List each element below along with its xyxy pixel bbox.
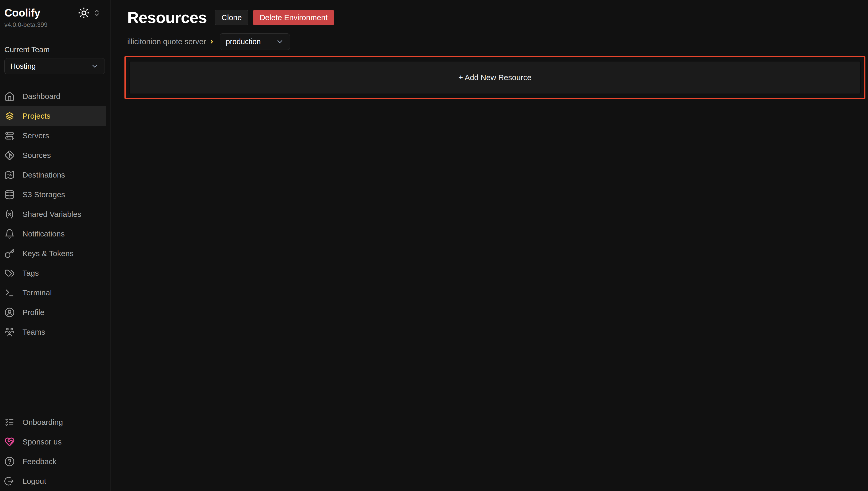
key-icon [4,248,15,259]
logout-icon [4,476,15,486]
sidebar-item-s3-storages[interactable]: S3 Storages [0,185,106,204]
sidebar-item-logout[interactable]: Logout [0,471,106,491]
user-circle-icon [4,307,15,318]
sidebar-item-label: Dashboard [23,92,60,101]
server-bolt-icon [4,131,15,141]
sidebar-item-label: Onboarding [23,418,63,427]
sidebar-item-destinations[interactable]: Destinations [0,165,106,185]
sidebar-item-dashboard[interactable]: Dashboard [0,87,106,106]
breadcrumb-project[interactable]: illicitonion quote server [127,37,206,46]
add-new-resource-button[interactable]: + Add New Resource [129,61,861,94]
sidebar-header: Coolify v4.0.0-beta.399 [0,0,111,28]
clone-button[interactable]: Clone [215,10,248,25]
users-group-icon [4,327,15,337]
focus-highlight-border: + Add New Resource [124,56,865,99]
sidebar-footer-menu: OnboardingSponsor usFeedbackLogout [0,412,111,491]
map-icon [4,170,15,180]
sidebar-item-label: Sources [23,151,51,160]
page-header: Resources Clone Delete Environment [127,8,868,27]
chevron-down-icon [91,62,99,70]
theme-toggle-sun-icon[interactable] [78,7,90,19]
sidebar-item-label: Keys & Tokens [23,249,73,258]
sidebar-menu: DashboardProjectsServersSourcesDestinati… [0,87,111,342]
sidebar-item-label: Sponsor us [23,437,62,446]
sidebar-item-label: Tags [23,269,39,278]
sidebar-item-tags[interactable]: Tags [0,263,106,283]
page-title: Resources [127,8,207,27]
sidebar-item-label: Logout [23,477,46,486]
sidebar-item-label: Terminal [23,288,52,297]
breadcrumb-chevron-icon: › [210,36,213,47]
sidebar-item-servers[interactable]: Servers [0,126,106,145]
main-content: Resources Clone Delete Environment illic… [111,0,868,491]
sidebar-spacer [0,342,111,412]
variable-icon [4,209,15,220]
breadcrumb: illicitonion quote server › production [127,33,868,50]
bell-icon [4,229,15,239]
sidebar-item-sponsor-us[interactable]: Sponsor us [0,432,106,452]
tags-icon [4,268,15,278]
sidebar: Coolify v4.0.0-beta.399 Current Team Hos… [0,0,111,491]
sidebar-item-sources[interactable]: Sources [0,145,106,165]
sidebar-item-label: Notifications [23,229,65,238]
sidebar-item-label: Shared Variables [23,210,81,219]
sidebar-item-profile[interactable]: Profile [0,302,106,322]
sidebar-item-shared-variables[interactable]: Shared Variables [0,204,106,224]
environment-select-value: production [226,37,260,46]
git-icon [4,150,15,161]
sidebar-item-label: Profile [23,308,44,317]
heart-handshake-icon [4,437,15,447]
sidebar-item-label: Teams [23,328,45,337]
sidebar-item-label: Servers [23,131,49,140]
delete-environment-button[interactable]: Delete Environment [253,10,334,25]
sidebar-item-label: S3 Storages [23,190,65,199]
environment-select[interactable]: production [220,33,290,50]
home-icon [4,91,15,102]
chevrons-up-down-icon[interactable] [93,9,101,17]
sidebar-item-keys-and-tokens[interactable]: Keys & Tokens [0,244,106,263]
sidebar-item-label: Feedback [23,457,57,466]
current-team-label: Current Team [4,46,105,54]
database-icon [4,190,15,200]
terminal-icon [4,288,15,298]
checklist-icon [4,417,15,427]
sidebar-item-projects[interactable]: Projects [0,106,106,126]
sidebar-item-onboarding[interactable]: Onboarding [0,412,106,432]
team-select[interactable]: Hosting [4,58,105,74]
sidebar-item-label: Destinations [23,171,65,179]
help-circle-icon [4,456,15,467]
sidebar-item-teams[interactable]: Teams [0,322,106,342]
sidebar-item-terminal[interactable]: Terminal [0,283,106,302]
sidebar-item-feedback[interactable]: Feedback [0,452,106,471]
sidebar-item-notifications[interactable]: Notifications [0,224,106,244]
app-version: v4.0.0-beta.399 [4,21,101,28]
layers-icon [4,111,15,121]
sidebar-item-label: Projects [23,112,50,120]
team-select-value: Hosting [10,62,36,70]
chevron-down-icon [276,37,284,46]
app-title: Coolify [4,7,40,19]
